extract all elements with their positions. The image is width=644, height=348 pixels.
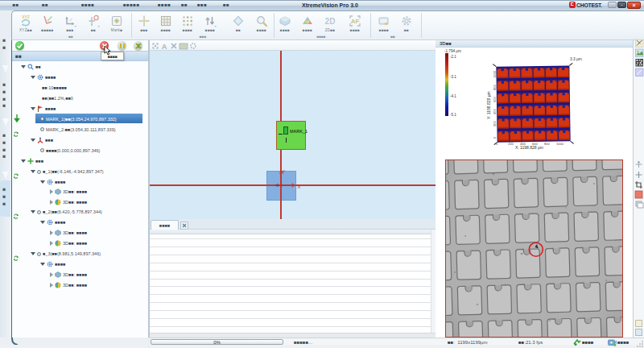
svg-text:X: X <box>298 184 301 189</box>
svg-text:2D: 2D <box>325 17 336 26</box>
svg-text:A: A <box>162 42 167 50</box>
svg-text:AF: AF <box>351 18 360 25</box>
svg-text:XYZ: XYZ <box>22 14 30 19</box>
svg-text:y: y <box>282 168 286 173</box>
